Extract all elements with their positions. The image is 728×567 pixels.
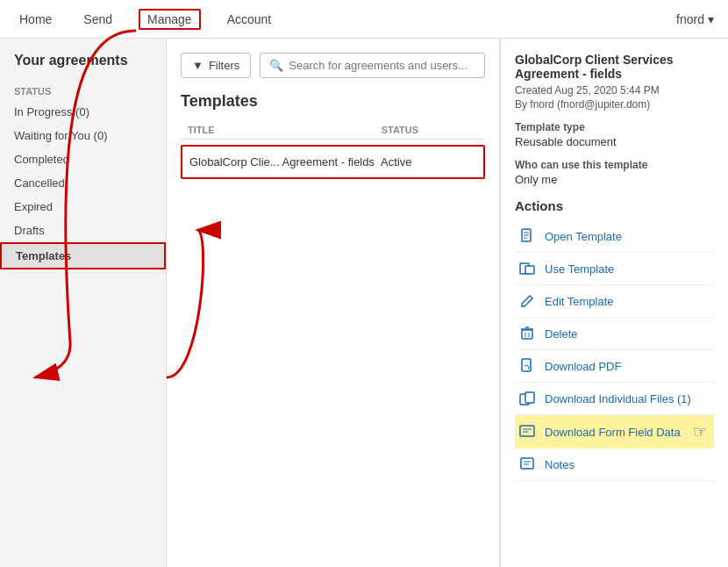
center-content: ▼ Filters 🔍 Templates TITLE STATUS Globa…	[167, 39, 500, 567]
nav-account[interactable]: Account	[222, 9, 277, 30]
template-type-section: Template type Reusable document	[515, 121, 714, 148]
action-use-template[interactable]: Use Template	[515, 253, 714, 285]
actions-label: Actions	[515, 198, 714, 213]
filter-button[interactable]: ▼ Filters	[181, 53, 251, 78]
cursor-hand-icon: ☞	[693, 422, 707, 441]
sidebar-item-templates[interactable]: Templates	[0, 242, 166, 269]
edit-icon	[518, 292, 536, 310]
svg-rect-14	[520, 426, 534, 436]
panel-by: By fnord (fnord@jupiter.dom)	[515, 98, 714, 111]
files-icon	[518, 390, 536, 407]
sidebar-item-drafts[interactable]: Drafts	[0, 219, 166, 242]
action-download-form-field-data[interactable]: Download Form Field Data ☞	[515, 415, 714, 449]
panel-created: Created Aug 25, 2020 5:44 PM	[515, 84, 714, 97]
table-row[interactable]: GlobalCorp Clie... Agreement - fields Ac…	[181, 145, 485, 179]
who-value: Only me	[515, 173, 714, 186]
search-bar: ▼ Filters 🔍	[181, 53, 485, 78]
sidebar-item-waitingforyou[interactable]: Waiting for You (0)	[0, 124, 166, 147]
action-open-template-label: Open Template	[545, 230, 622, 243]
sidebar-status-label: STATUS	[0, 79, 166, 100]
sidebar-item-inprogress[interactable]: In Progress (0)	[0, 100, 166, 124]
col-header-title: TITLE	[188, 125, 382, 135]
action-delete[interactable]: Delete	[515, 318, 714, 350]
action-edit-template-label: Edit Template	[545, 295, 614, 308]
sidebar-title: Your agreements	[0, 53, 166, 79]
row-title: GlobalCorp Clie... Agreement - fields	[189, 155, 381, 169]
action-notes-label: Notes	[545, 458, 575, 471]
search-icon: 🔍	[269, 59, 283, 72]
action-download-pdf-label: Download PDF	[545, 360, 621, 373]
filter-icon: ▼	[192, 59, 203, 72]
action-notes[interactable]: Notes	[515, 449, 714, 481]
nav-send[interactable]: Send	[78, 9, 118, 30]
who-label: Who can use this template	[515, 159, 714, 171]
panel-title: GlobalCorp Client Services Agreement - f…	[515, 53, 714, 81]
notes-icon	[518, 456, 536, 473]
svg-rect-17	[521, 458, 533, 469]
action-open-template[interactable]: Open Template	[515, 220, 714, 253]
nav-manage[interactable]: Manage	[139, 9, 201, 30]
form-icon	[518, 423, 536, 441]
who-section: Who can use this template Only me	[515, 159, 714, 186]
search-input[interactable]	[289, 59, 475, 72]
nav-user: fnord ▾	[676, 12, 714, 26]
action-delete-label: Delete	[545, 327, 578, 341]
action-download-form-field-data-label: Download Form Field Data	[545, 426, 681, 439]
sidebar-item-cancelled[interactable]: Cancelled	[0, 171, 166, 195]
pdf-icon	[518, 357, 536, 375]
search-input-wrap: 🔍	[260, 53, 485, 78]
sidebar-item-completed[interactable]: Completed	[0, 147, 166, 171]
template-type-value: Reusable document	[515, 135, 714, 148]
use-icon	[518, 260, 536, 277]
col-header-status: STATUS	[382, 125, 478, 135]
svg-rect-6	[522, 330, 532, 339]
doc-icon	[518, 227, 536, 245]
action-download-files-label: Download Individual Files (1)	[545, 392, 691, 406]
template-type-label: Template type	[515, 121, 714, 133]
table-header: TITLE STATUS	[181, 121, 485, 140]
sidebar-item-expired[interactable]: Expired	[0, 195, 166, 219]
top-nav: Home Send Manage Account fnord ▾	[0, 0, 728, 39]
action-edit-template[interactable]: Edit Template	[515, 285, 714, 318]
row-status: Active	[381, 155, 476, 169]
svg-rect-5	[525, 266, 534, 274]
chevron-down-icon[interactable]: ▾	[708, 12, 714, 26]
nav-home[interactable]: Home	[14, 9, 57, 30]
sidebar: Your agreements STATUS In Progress (0) W…	[0, 39, 167, 567]
svg-rect-13	[525, 392, 534, 403]
main-layout: Your agreements STATUS In Progress (0) W…	[0, 39, 728, 567]
action-use-template-label: Use Template	[545, 262, 614, 276]
page-wrapper: Home Send Manage Account fnord ▾ Your ag…	[0, 0, 728, 567]
action-download-pdf[interactable]: Download PDF	[515, 350, 714, 383]
templates-title: Templates	[181, 92, 485, 111]
right-panel: GlobalCorp Client Services Agreement - f…	[500, 39, 728, 567]
action-download-files[interactable]: Download Individual Files (1)	[515, 383, 714, 415]
trash-icon	[518, 325, 536, 342]
